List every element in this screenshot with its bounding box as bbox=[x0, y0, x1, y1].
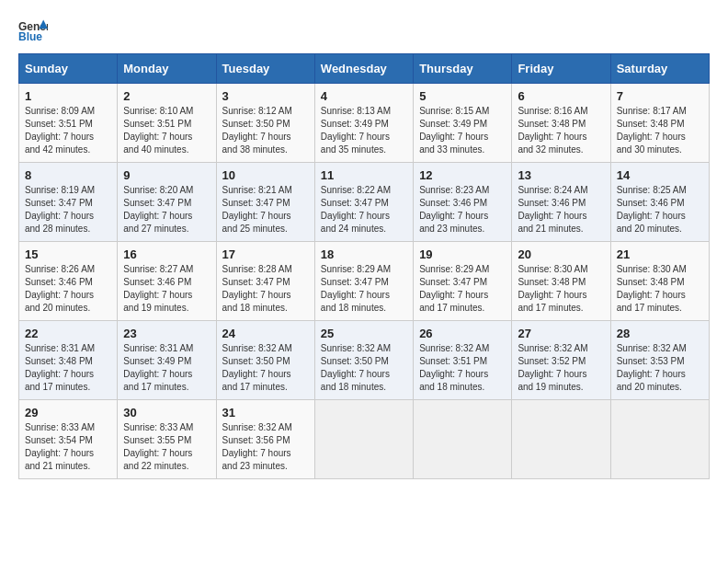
day-detail: Sunrise: 8:17 AMSunset: 3:48 PMDaylight:… bbox=[617, 105, 703, 156]
calendar-body: 1Sunrise: 8:09 AMSunset: 3:51 PMDaylight… bbox=[19, 84, 710, 479]
day-detail: Sunrise: 8:26 AMSunset: 3:46 PMDaylight:… bbox=[25, 263, 111, 315]
calendar-cell bbox=[512, 400, 610, 479]
day-detail: Sunrise: 8:22 AMSunset: 3:47 PMDaylight:… bbox=[321, 184, 407, 236]
day-detail: Sunrise: 8:09 AMSunset: 3:51 PMDaylight:… bbox=[25, 105, 111, 156]
calendar-header: SundayMondayTuesdayWednesdayThursdayFrid… bbox=[19, 54, 710, 84]
calendar-cell: 2Sunrise: 8:10 AMSunset: 3:51 PMDaylight… bbox=[118, 84, 216, 163]
day-number: 29 bbox=[25, 406, 111, 419]
day-number: 1 bbox=[25, 89, 111, 103]
header-cell-wednesday: Wednesday bbox=[314, 54, 413, 84]
calendar-cell: 25Sunrise: 8:32 AMSunset: 3:50 PMDayligh… bbox=[314, 321, 413, 400]
day-detail: Sunrise: 8:32 AMSunset: 3:51 PMDaylight:… bbox=[419, 342, 506, 394]
calendar-cell: 31Sunrise: 8:32 AMSunset: 3:56 PMDayligh… bbox=[216, 400, 314, 479]
calendar-cell: 26Sunrise: 8:32 AMSunset: 3:51 PMDayligh… bbox=[414, 321, 512, 400]
day-detail: Sunrise: 8:32 AMSunset: 3:50 PMDaylight:… bbox=[321, 342, 407, 394]
day-number: 20 bbox=[518, 247, 604, 261]
calendar-cell: 23Sunrise: 8:31 AMSunset: 3:49 PMDayligh… bbox=[118, 321, 216, 400]
calendar-cell: 30Sunrise: 8:33 AMSunset: 3:55 PMDayligh… bbox=[118, 400, 216, 479]
calendar-cell: 4Sunrise: 8:13 AMSunset: 3:49 PMDaylight… bbox=[314, 84, 413, 163]
calendar-week-4: 22Sunrise: 8:31 AMSunset: 3:48 PMDayligh… bbox=[19, 321, 710, 400]
calendar-cell: 5Sunrise: 8:15 AMSunset: 3:49 PMDaylight… bbox=[414, 84, 512, 163]
calendar-cell: 6Sunrise: 8:16 AMSunset: 3:48 PMDaylight… bbox=[512, 84, 610, 163]
day-number: 21 bbox=[617, 247, 703, 261]
calendar-cell: 16Sunrise: 8:27 AMSunset: 3:46 PMDayligh… bbox=[118, 242, 216, 321]
day-detail: Sunrise: 8:32 AMSunset: 3:50 PMDaylight:… bbox=[222, 342, 309, 394]
day-number: 24 bbox=[222, 327, 309, 340]
header-cell-sunday: Sunday bbox=[19, 54, 118, 84]
logo-icon: General Blue bbox=[18, 18, 48, 44]
day-number: 15 bbox=[25, 247, 111, 261]
calendar-cell: 17Sunrise: 8:28 AMSunset: 3:47 PMDayligh… bbox=[216, 242, 314, 321]
day-number: 7 bbox=[617, 89, 703, 103]
day-detail: Sunrise: 8:32 AMSunset: 3:56 PMDaylight:… bbox=[222, 421, 309, 473]
day-number: 17 bbox=[222, 247, 309, 261]
header-cell-tuesday: Tuesday bbox=[216, 54, 314, 84]
day-detail: Sunrise: 8:33 AMSunset: 3:55 PMDaylight:… bbox=[123, 421, 210, 473]
day-number: 13 bbox=[518, 168, 604, 182]
calendar-cell: 18Sunrise: 8:29 AMSunset: 3:47 PMDayligh… bbox=[314, 242, 413, 321]
calendar-cell: 19Sunrise: 8:29 AMSunset: 3:47 PMDayligh… bbox=[414, 242, 512, 321]
calendar-cell: 29Sunrise: 8:33 AMSunset: 3:54 PMDayligh… bbox=[19, 400, 118, 479]
day-number: 10 bbox=[222, 168, 309, 182]
day-number: 25 bbox=[321, 327, 407, 340]
day-detail: Sunrise: 8:16 AMSunset: 3:48 PMDaylight:… bbox=[518, 105, 604, 156]
calendar-cell: 11Sunrise: 8:22 AMSunset: 3:47 PMDayligh… bbox=[314, 163, 413, 242]
calendar-cell: 24Sunrise: 8:32 AMSunset: 3:50 PMDayligh… bbox=[216, 321, 314, 400]
day-detail: Sunrise: 8:31 AMSunset: 3:48 PMDaylight:… bbox=[25, 342, 111, 394]
calendar-cell: 15Sunrise: 8:26 AMSunset: 3:46 PMDayligh… bbox=[19, 242, 118, 321]
day-detail: Sunrise: 8:13 AMSunset: 3:49 PMDaylight:… bbox=[321, 105, 407, 156]
day-detail: Sunrise: 8:29 AMSunset: 3:47 PMDaylight:… bbox=[419, 263, 506, 315]
calendar-cell: 21Sunrise: 8:30 AMSunset: 3:48 PMDayligh… bbox=[610, 242, 709, 321]
calendar-cell: 22Sunrise: 8:31 AMSunset: 3:48 PMDayligh… bbox=[19, 321, 118, 400]
day-detail: Sunrise: 8:29 AMSunset: 3:47 PMDaylight:… bbox=[321, 263, 407, 315]
calendar-cell: 14Sunrise: 8:25 AMSunset: 3:46 PMDayligh… bbox=[610, 163, 709, 242]
day-number: 31 bbox=[222, 406, 309, 419]
calendar-cell: 12Sunrise: 8:23 AMSunset: 3:46 PMDayligh… bbox=[414, 163, 512, 242]
calendar-cell bbox=[314, 400, 413, 479]
day-detail: Sunrise: 8:23 AMSunset: 3:46 PMDaylight:… bbox=[419, 184, 506, 236]
svg-text:Blue: Blue bbox=[18, 30, 42, 43]
calendar-cell: 3Sunrise: 8:12 AMSunset: 3:50 PMDaylight… bbox=[216, 84, 314, 163]
day-detail: Sunrise: 8:20 AMSunset: 3:47 PMDaylight:… bbox=[123, 184, 210, 236]
day-number: 8 bbox=[25, 168, 111, 182]
day-detail: Sunrise: 8:30 AMSunset: 3:48 PMDaylight:… bbox=[617, 263, 703, 315]
calendar-cell: 20Sunrise: 8:30 AMSunset: 3:48 PMDayligh… bbox=[512, 242, 610, 321]
day-number: 4 bbox=[321, 89, 407, 103]
day-detail: Sunrise: 8:32 AMSunset: 3:52 PMDaylight:… bbox=[518, 342, 604, 394]
calendar-cell: 7Sunrise: 8:17 AMSunset: 3:48 PMDaylight… bbox=[610, 84, 709, 163]
header-cell-thursday: Thursday bbox=[414, 54, 512, 84]
calendar-cell: 27Sunrise: 8:32 AMSunset: 3:52 PMDayligh… bbox=[512, 321, 610, 400]
day-detail: Sunrise: 8:31 AMSunset: 3:49 PMDaylight:… bbox=[123, 342, 210, 394]
logo: General Blue bbox=[18, 18, 48, 44]
calendar-cell: 9Sunrise: 8:20 AMSunset: 3:47 PMDaylight… bbox=[118, 163, 216, 242]
day-number: 12 bbox=[419, 168, 506, 182]
day-number: 6 bbox=[518, 89, 604, 103]
day-number: 16 bbox=[123, 247, 210, 261]
calendar-cell: 10Sunrise: 8:21 AMSunset: 3:47 PMDayligh… bbox=[216, 163, 314, 242]
calendar-cell bbox=[610, 400, 709, 479]
day-number: 5 bbox=[419, 89, 506, 103]
day-number: 22 bbox=[25, 327, 111, 340]
day-number: 9 bbox=[123, 168, 210, 182]
calendar-week-1: 1Sunrise: 8:09 AMSunset: 3:51 PMDaylight… bbox=[19, 84, 710, 163]
calendar-week-5: 29Sunrise: 8:33 AMSunset: 3:54 PMDayligh… bbox=[19, 400, 710, 479]
day-detail: Sunrise: 8:15 AMSunset: 3:49 PMDaylight:… bbox=[419, 105, 506, 156]
day-number: 3 bbox=[222, 89, 309, 103]
day-number: 30 bbox=[123, 406, 210, 419]
day-number: 18 bbox=[321, 247, 407, 261]
header-cell-friday: Friday bbox=[512, 54, 610, 84]
day-number: 14 bbox=[617, 168, 703, 182]
day-detail: Sunrise: 8:27 AMSunset: 3:46 PMDaylight:… bbox=[123, 263, 210, 315]
day-detail: Sunrise: 8:32 AMSunset: 3:53 PMDaylight:… bbox=[617, 342, 703, 394]
calendar-week-3: 15Sunrise: 8:26 AMSunset: 3:46 PMDayligh… bbox=[19, 242, 710, 321]
calendar-cell: 8Sunrise: 8:19 AMSunset: 3:47 PMDaylight… bbox=[19, 163, 118, 242]
day-detail: Sunrise: 8:19 AMSunset: 3:47 PMDaylight:… bbox=[25, 184, 111, 236]
day-detail: Sunrise: 8:21 AMSunset: 3:47 PMDaylight:… bbox=[222, 184, 309, 236]
header-cell-saturday: Saturday bbox=[610, 54, 709, 84]
day-detail: Sunrise: 8:28 AMSunset: 3:47 PMDaylight:… bbox=[222, 263, 309, 315]
day-number: 27 bbox=[518, 327, 604, 340]
day-number: 11 bbox=[321, 168, 407, 182]
calendar-cell: 1Sunrise: 8:09 AMSunset: 3:51 PMDaylight… bbox=[19, 84, 118, 163]
day-detail: Sunrise: 8:12 AMSunset: 3:50 PMDaylight:… bbox=[222, 105, 309, 156]
calendar-table: SundayMondayTuesdayWednesdayThursdayFrid… bbox=[18, 53, 710, 479]
